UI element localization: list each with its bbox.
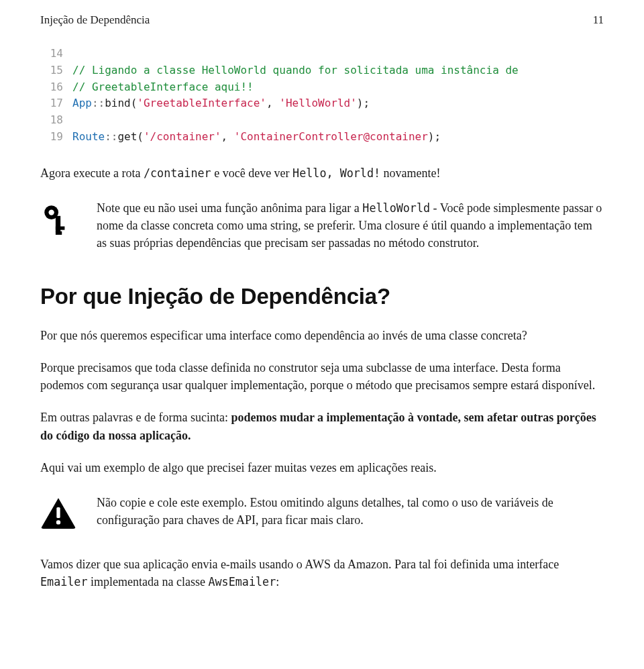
code-text: // GreetableInterface aqui!! (72, 79, 604, 96)
page-number: 11 (593, 13, 604, 27)
warning-text: Não copie e cole este exemplo. Estou omi… (97, 494, 604, 529)
warning-callout: Não copie e cole este exemplo. Estou omi… (40, 494, 604, 529)
running-header: Injeção de Dependência 11 (40, 13, 604, 27)
code-line: 18 (40, 112, 604, 129)
code-text (72, 46, 604, 62)
code-text: App::bind('GreetableInterface', 'HelloWo… (72, 95, 604, 112)
line-number: 18 (40, 112, 72, 129)
inline-code-emailer: Emailer (40, 575, 88, 588)
line-number: 19 (40, 129, 72, 146)
line-number: 17 (40, 95, 72, 112)
svg-rect-3 (56, 226, 65, 229)
paragraph-2: Porque precisamos que toda classe defini… (40, 359, 604, 394)
key-icon (40, 199, 78, 237)
note-text: Note que eu não usei uma função anônima … (97, 199, 604, 252)
inline-code-hello: Hello, World! (292, 166, 380, 180)
note-callout: Note que eu não usei uma função anônima … (40, 199, 604, 252)
chapter-title: Injeção de Dependência (40, 13, 150, 27)
inline-code-route: /container (144, 166, 211, 180)
paragraph-4: Aqui vai um exemplo de algo que precisei… (40, 459, 604, 476)
paragraph-1: Por que nós queremos especificar uma int… (40, 327, 604, 344)
inline-code-helloworld: HelloWorld (362, 201, 430, 215)
code-line: 17App::bind('GreetableInterface', 'Hello… (40, 95, 604, 112)
paragraph-execute-route: Agora execute a rota /container e você d… (40, 164, 604, 182)
code-line: 19Route::get('/container', 'ContainerCon… (40, 129, 604, 146)
code-block: 1415// Ligando a classe HelloWorld quand… (40, 46, 604, 146)
code-line: 15// Ligando a classe HelloWorld quando … (40, 62, 604, 79)
paragraph-3: Em outras palavras e de forma sucinta: p… (40, 409, 604, 444)
svg-rect-5 (56, 507, 60, 518)
section-heading: Por que Injeção de Dependência? (40, 284, 604, 309)
code-text: // Ligando a classe HelloWorld quando fo… (72, 62, 604, 79)
svg-point-1 (48, 209, 54, 215)
inline-code-awsemailer: AwsEmailer (208, 575, 276, 588)
page: Injeção de Dependência 11 1415// Ligando… (0, 0, 644, 669)
code-line: 16// GreetableInterface aqui!! (40, 79, 604, 96)
code-line: 14 (40, 46, 604, 62)
svg-rect-4 (56, 231, 62, 235)
code-text: Route::get('/container', 'ContainerContr… (72, 129, 604, 146)
line-number: 16 (40, 79, 72, 96)
warning-icon (40, 494, 78, 529)
svg-point-6 (56, 520, 60, 524)
paragraph-5: Vamos dizer que sua aplicação envia e-ma… (40, 556, 604, 590)
line-number: 14 (40, 46, 72, 62)
line-number: 15 (40, 62, 72, 79)
code-text (72, 112, 604, 129)
